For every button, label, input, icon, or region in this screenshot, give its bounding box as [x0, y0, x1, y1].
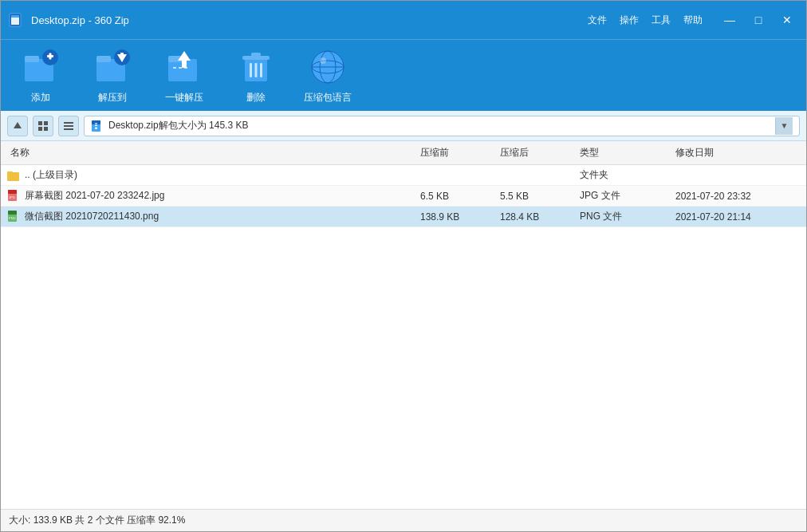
- png-file-icon: PNG: [7, 211, 20, 223]
- maximize-button[interactable]: □: [747, 9, 770, 31]
- menu-bar: 文件 操作 工具 帮助: [588, 14, 703, 27]
- svg-rect-47: [8, 190, 17, 194]
- svg-rect-17: [173, 67, 176, 69]
- add-label: 添加: [31, 91, 50, 104]
- delete-button[interactable]: 删除: [232, 46, 280, 104]
- svg-rect-38: [64, 128, 73, 130]
- compress-lang-label: 压缩包语言: [304, 91, 352, 104]
- menu-tools[interactable]: 工具: [652, 14, 671, 27]
- menu-operate[interactable]: 操作: [620, 14, 639, 27]
- view-list-button[interactable]: [58, 116, 79, 136]
- file-type-2: PNG 文件: [577, 210, 672, 223]
- svg-rect-4: [25, 56, 39, 62]
- svg-rect-22: [251, 53, 261, 57]
- file-size-before-1: 6.5 KB: [417, 191, 497, 202]
- list-header: 名称 压缩前 压缩后 类型 修改日期: [1, 141, 806, 165]
- svg-point-30: [320, 57, 326, 64]
- svg-rect-18: [179, 67, 182, 69]
- svg-rect-37: [64, 125, 73, 127]
- file-size-after-1: 5.5 KB: [497, 191, 577, 202]
- parent-dir-name: .. (上级目录): [25, 168, 77, 182]
- table-row[interactable]: .. (上级目录) 文件夹: [1, 165, 806, 186]
- svg-rect-25: [260, 63, 262, 77]
- address-input[interactable]: Desktop.zip解包大小为 145.3 KB ▼: [84, 116, 800, 136]
- menu-help[interactable]: 帮助: [683, 14, 703, 27]
- zip-file-icon: [91, 120, 104, 132]
- svg-rect-32: [38, 121, 42, 125]
- file-name-cell: .. (上级目录): [7, 168, 417, 182]
- svg-rect-12: [120, 53, 124, 57]
- delete-label: 删除: [246, 91, 266, 104]
- svg-rect-24: [255, 63, 258, 77]
- jpg-file-icon: JPG: [7, 190, 20, 203]
- folder-icon: [7, 169, 20, 182]
- file-size-before-2: 138.9 KB: [417, 211, 497, 223]
- col-size-before[interactable]: 压缩前: [417, 144, 497, 161]
- status-text: 大小: 133.9 KB 共 2 个文件 压缩率 92.1%: [9, 514, 185, 527]
- file-name-1: 屏幕截图 2021-07-20 233242.jpg: [25, 189, 164, 203]
- svg-rect-35: [44, 127, 48, 131]
- address-bar: Desktop.zip解包大小为 145.3 KB ▼: [1, 111, 806, 141]
- col-name[interactable]: 名称: [7, 144, 417, 161]
- address-text: Desktop.zip解包大小为 145.3 KB: [108, 119, 775, 132]
- view-large-button[interactable]: [33, 116, 53, 136]
- svg-rect-33: [44, 121, 48, 125]
- file-type-1: JPG 文件: [577, 189, 672, 203]
- file-modified-2: 2021-07-20 21:14: [672, 211, 800, 223]
- file-name-2: 微信截图 20210720211430.png: [25, 210, 159, 223]
- svg-rect-2: [11, 15, 19, 18]
- one-click-extract-button[interactable]: 一键解压: [160, 46, 208, 104]
- close-button[interactable]: ✕: [776, 9, 798, 31]
- svg-rect-36: [64, 122, 73, 124]
- svg-rect-19: [184, 67, 187, 69]
- col-type[interactable]: 类型: [577, 144, 672, 161]
- window-title: Desktop.zip - 360 Zip: [31, 14, 588, 26]
- one-click-extract-label: 一键解压: [165, 91, 203, 104]
- file-name-cell: PNG 微信截图 20210720211430.png: [7, 210, 417, 223]
- file-modified-1: 2021-07-20 23:32: [672, 191, 800, 202]
- svg-marker-31: [14, 122, 22, 128]
- svg-rect-50: [8, 211, 17, 215]
- col-size-after[interactable]: 压缩后: [497, 144, 577, 161]
- extract-to-button[interactable]: 解压到: [89, 46, 136, 104]
- svg-rect-42: [95, 124, 97, 125]
- svg-rect-7: [49, 53, 52, 60]
- add-icon: [20, 46, 61, 88]
- compress-lang-icon: [307, 46, 348, 88]
- status-bar: 大小: 133.9 KB 共 2 个文件 压缩率 92.1%: [1, 509, 806, 531]
- menu-file[interactable]: 文件: [588, 14, 607, 27]
- svg-rect-9: [96, 56, 111, 62]
- svg-text:JPG: JPG: [9, 195, 15, 199]
- extract-to-label: 解压到: [98, 91, 127, 104]
- file-size-after-2: 128.4 KB: [497, 211, 577, 223]
- svg-rect-16: [182, 60, 187, 68]
- svg-rect-34: [38, 127, 42, 131]
- address-dropdown[interactable]: ▼: [775, 117, 793, 135]
- compress-lang-button[interactable]: 压缩包语言: [304, 46, 352, 104]
- svg-text:PNG: PNG: [9, 216, 16, 220]
- minimize-button[interactable]: —: [718, 9, 741, 31]
- file-list: .. (上级目录) 文件夹 JPG 屏幕截图 2021-07-20 233242…: [1, 165, 806, 509]
- col-modified[interactable]: 修改日期: [672, 144, 800, 161]
- toolbar: 添加 解压到: [1, 39, 806, 111]
- svg-rect-23: [250, 63, 252, 77]
- app-icon: [9, 12, 25, 28]
- title-bar: Desktop.zip - 360 Zip 文件 操作 工具 帮助 — □ ✕: [1, 1, 806, 39]
- nav-up-button[interactable]: [7, 116, 28, 136]
- extract-to-icon: [92, 46, 133, 88]
- file-name-cell: JPG 屏幕截图 2021-07-20 233242.jpg: [7, 189, 417, 203]
- table-row[interactable]: JPG 屏幕截图 2021-07-20 233242.jpg 6.5 KB 5.…: [1, 186, 806, 207]
- one-click-extract-icon: [163, 46, 205, 88]
- table-row[interactable]: PNG 微信截图 20210720211430.png 138.9 KB 128…: [1, 207, 806, 227]
- delete-icon: [235, 46, 277, 88]
- svg-rect-45: [7, 171, 13, 175]
- file-type: 文件夹: [577, 168, 672, 182]
- svg-rect-43: [95, 126, 97, 128]
- add-button[interactable]: 添加: [17, 46, 65, 104]
- window-controls: — □ ✕: [718, 9, 798, 31]
